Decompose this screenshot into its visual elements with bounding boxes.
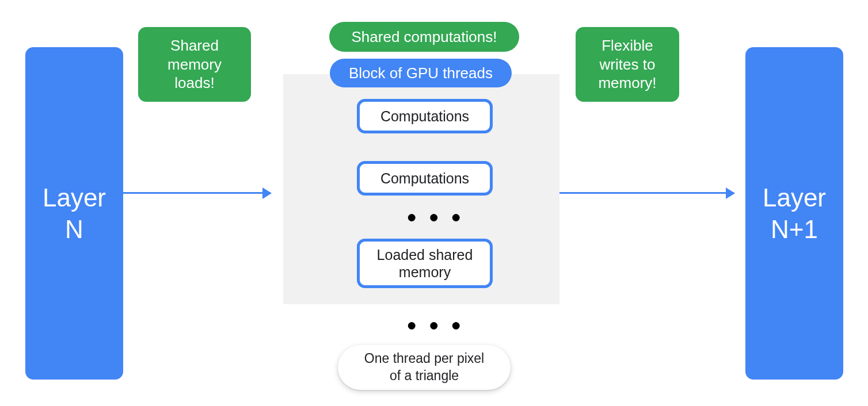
caption-pill: One thread per pixel of a triangle: [338, 345, 511, 390]
callout-shared-loads-text: Shared memory loads!: [167, 36, 222, 93]
ellipsis-outer: ● ● ●: [406, 315, 465, 335]
callout-shared-computations: Shared computations!: [329, 22, 519, 52]
callout-shared-loads: Shared memory loads!: [138, 27, 251, 102]
computation-box-2-text: Computations: [380, 170, 469, 187]
ellipsis-inner: ● ● ●: [406, 207, 465, 227]
callout-flexible-writes: Flexible writes to memory!: [576, 27, 679, 102]
callout-flexible-writes-text: Flexible writes to memory!: [598, 36, 656, 93]
caption-text: One thread per pixel of a triangle: [364, 350, 484, 385]
computation-box-1-text: Computations: [380, 108, 469, 125]
arrow-right: [559, 192, 734, 194]
arrow-left: [123, 192, 271, 194]
computation-box-2: Computations: [357, 161, 493, 196]
layer-n1-box: Layer N+1: [745, 47, 843, 380]
computation-box-1: Computations: [357, 99, 493, 133]
block-title-pill: Block of GPU threads: [330, 59, 512, 87]
loaded-shared-memory-text: Loaded shared memory: [363, 246, 486, 281]
layer-n-box: Layer N: [25, 47, 123, 380]
block-title-text: Block of GPU threads: [349, 64, 493, 82]
layer-n1-label: Layer N+1: [763, 182, 826, 245]
callout-shared-computations-text: Shared computations!: [352, 28, 497, 47]
loaded-shared-memory-box: Loaded shared memory: [357, 239, 493, 288]
layer-n-label: Layer N: [43, 182, 106, 245]
